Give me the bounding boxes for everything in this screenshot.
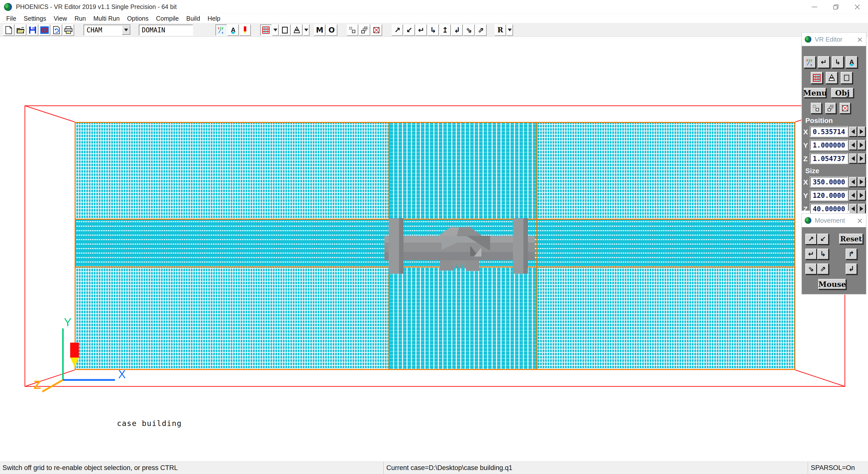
rotate-left-button[interactable]: ↵ (415, 24, 427, 36)
probe-position-button[interactable] (239, 24, 251, 36)
rotate-left-button[interactable]: ↵ (805, 249, 817, 259)
copy-object-button[interactable] (811, 103, 822, 114)
view-in-button[interactable]: ↗ (392, 24, 403, 36)
object-stack-button[interactable] (825, 103, 836, 114)
restore-icon (833, 4, 838, 9)
menu-run[interactable]: Run (71, 15, 90, 22)
tilt-up-button[interactable]: ↥ (439, 24, 451, 36)
rotate-view-left-button[interactable]: ↵ (818, 56, 830, 68)
toolbar: z y x A (0, 23, 868, 37)
view-out-button[interactable]: ↙ (404, 24, 415, 36)
obj-button[interactable]: Obj (831, 88, 854, 98)
domain-field[interactable] (139, 25, 193, 36)
close-icon[interactable]: × (856, 35, 864, 43)
size-y-increment[interactable] (858, 190, 866, 200)
cham-combobox[interactable] (84, 25, 131, 36)
pan-up-button[interactable]: ⇗ (817, 263, 829, 275)
pan-down-button[interactable]: ⇘ (805, 263, 817, 275)
grid-toggle-button[interactable] (260, 24, 272, 36)
size-y-field[interactable]: 120.0000 (810, 190, 847, 200)
menu-view[interactable]: View (50, 15, 71, 22)
mesh-options-dropdown[interactable] (303, 24, 309, 36)
grid-toggle-button[interactable] (811, 72, 823, 84)
size-z-increment[interactable] (858, 204, 866, 214)
mesh-view-button[interactable] (826, 72, 838, 84)
object-stack-button[interactable] (359, 24, 370, 36)
menu-build[interactable]: Build (183, 15, 204, 22)
menu-multi-run[interactable]: Multi Run (90, 15, 123, 22)
menu-settings[interactable]: Settings (20, 15, 50, 22)
close-icon[interactable]: × (856, 216, 864, 225)
position-y-decrement[interactable] (849, 140, 857, 150)
pan-up-button[interactable]: ⇗ (475, 24, 487, 36)
mesh-view-button[interactable] (291, 24, 303, 36)
menu-options[interactable]: Options (123, 15, 152, 22)
size-x-field[interactable]: 350.0000 (810, 177, 847, 187)
position-z-increment[interactable] (858, 154, 866, 163)
pan-down-button[interactable]: ⇘ (463, 24, 475, 36)
minimize-button[interactable] (804, 0, 825, 14)
cham-combobox-dropdown[interactable] (122, 25, 130, 35)
size-y-decrement[interactable] (849, 190, 857, 200)
axis-toggle-button[interactable]: z y x (215, 24, 227, 36)
reset-button[interactable]: Reset (839, 234, 863, 244)
rotate-view-right-button[interactable]: ↳ (832, 56, 844, 68)
probe-button[interactable]: A (846, 56, 858, 68)
reload-button[interactable] (51, 24, 62, 36)
movement-panel: Movement × ↗ ↙ Reset ↵ ↳ ↱ ⇘ ⇗ ↲ Mouse (802, 214, 866, 294)
tilt-down-button[interactable]: ↲ (846, 263, 857, 275)
size-x-decrement[interactable] (849, 177, 857, 187)
size-z-field[interactable]: 40.00000 (810, 204, 847, 214)
delete-object-button[interactable] (840, 103, 850, 114)
delete-object-button[interactable] (371, 24, 382, 36)
menu-help[interactable]: Help (204, 15, 224, 22)
size-z-decrement[interactable] (849, 204, 857, 214)
position-z-field[interactable]: 1.054737 (810, 154, 847, 163)
movement-titlebar[interactable]: Movement × (802, 214, 866, 227)
copy-object-button[interactable] (347, 24, 358, 36)
probe-button[interactable]: A (227, 24, 239, 36)
rotate-right-button[interactable]: ↳ (427, 24, 439, 36)
object-o-button[interactable]: O (326, 24, 337, 36)
open-file-button[interactable] (15, 24, 26, 36)
menu-compile[interactable]: Compile (152, 15, 183, 22)
restore-button[interactable] (825, 0, 847, 14)
axis-toggle-button[interactable]: z y x (804, 56, 816, 68)
reset-view-button[interactable]: R (495, 24, 506, 36)
cham-logo-button[interactable] (39, 24, 50, 36)
grid-options-dropdown[interactable] (272, 24, 279, 36)
move-in-button[interactable]: ↗ (805, 234, 817, 245)
menu-button[interactable]: Menu (804, 88, 826, 98)
position-x-decrement[interactable] (849, 127, 857, 136)
position-label: Position (805, 117, 833, 125)
cham-logo-icon (40, 26, 49, 34)
svg-text:z: z (218, 26, 219, 30)
position-x-field[interactable]: 0.535714 (810, 127, 847, 136)
size-x-increment[interactable] (858, 177, 866, 187)
rotate-right-button[interactable]: ↳ (817, 249, 829, 259)
svg-text:y: y (222, 26, 223, 30)
move-out-button[interactable]: ↙ (817, 234, 829, 245)
new-file-button[interactable] (3, 24, 14, 36)
position-y-field[interactable]: 1.000000 (810, 140, 847, 150)
position-x-label: X (803, 128, 808, 136)
menu-file[interactable]: File (2, 15, 20, 22)
mouse-button[interactable]: Mouse (818, 279, 846, 289)
wireframe-toggle-button[interactable] (841, 72, 852, 84)
position-z-decrement[interactable] (849, 154, 857, 163)
tilt-up-button[interactable]: ↱ (846, 249, 857, 259)
3d-viewport[interactable]: Y X Z case building (0, 37, 868, 462)
reset-view-dropdown[interactable] (506, 24, 513, 36)
tilt-down-button[interactable]: ↲ (451, 24, 463, 36)
cham-combobox-value[interactable] (84, 26, 122, 34)
chevron-down-icon (124, 29, 128, 31)
save-button[interactable] (27, 24, 38, 36)
vr-editor-titlebar[interactable]: VR Editor × (802, 33, 866, 46)
position-y-increment[interactable] (858, 140, 866, 150)
mesh-m-button[interactable]: M (314, 24, 326, 36)
close-button[interactable] (847, 0, 868, 14)
wireframe-toggle-button[interactable] (279, 24, 290, 36)
print-button[interactable] (63, 24, 74, 36)
position-x-increment[interactable] (858, 127, 866, 136)
arrow-right-icon (860, 206, 863, 211)
